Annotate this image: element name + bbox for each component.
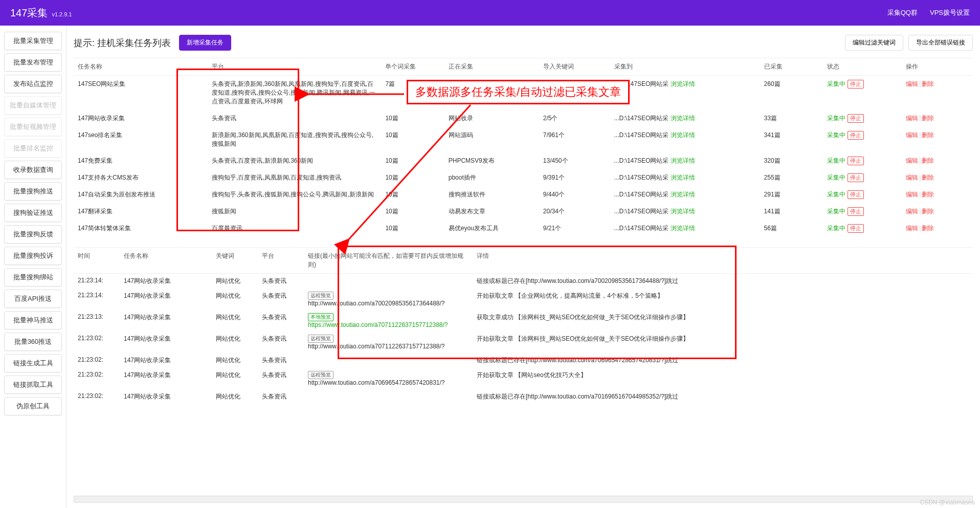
cell-task: 147网站收录采集 (120, 274, 212, 289)
local-preview-badge[interactable]: 本地预览 (308, 313, 333, 321)
cell-collected: 56篇 (760, 220, 823, 237)
cell-task: 147网站收录采集 (120, 332, 212, 353)
col-collect-to: 采集到 (610, 58, 760, 76)
cell-imported: 7/968个 (539, 76, 610, 111)
log-url[interactable]: http://www.toutiao.com/a7071122637157712… (308, 343, 445, 350)
sidebar-item-2[interactable]: 发布站点监控 (4, 75, 62, 93)
stop-button[interactable]: 停止 (848, 224, 864, 233)
sidebar-item-13[interactable]: 批量神马推送 (4, 311, 62, 329)
sidebar: 批量采集管理批量发布管理发布站点监控批量自媒体管理批量短视频管理批量排名监控收录… (0, 26, 66, 508)
cell-name: 147支持各大CMS发布 (74, 169, 208, 186)
log-url[interactable]: http://www.toutiao.com/a7002098535617364… (308, 300, 445, 307)
app-version: v1.2.9.1 (52, 11, 72, 17)
sidebar-item-9[interactable]: 批量搜狗反馈 (4, 225, 62, 244)
cell-platform: 头条资讯 (258, 274, 304, 289)
remote-preview-badge[interactable]: 远程预览 (308, 335, 333, 343)
log-url[interactable]: https://www.toutiao.com/a707112263715771… (308, 321, 448, 328)
cell-link (304, 353, 473, 368)
cell-collected: 255篇 (760, 169, 823, 186)
delete-button[interactable]: 删除 (922, 208, 934, 215)
edit-button[interactable]: 编辑 (906, 157, 918, 164)
stop-button[interactable]: 停止 (848, 157, 864, 165)
delete-button[interactable]: 删除 (922, 157, 934, 164)
browse-detail-link[interactable]: 浏览详情 (671, 191, 695, 198)
log-col-time: 时间 (74, 248, 120, 274)
cell-single: 10篇 (381, 110, 444, 127)
cell-collect-to: ...D:\147SEO网站采 浏览详情 (610, 76, 760, 111)
edit-button[interactable]: 编辑 (906, 115, 918, 122)
cell-collecting: 搜狗推送软件 (444, 186, 539, 203)
stop-button[interactable]: 停止 (848, 190, 864, 199)
edit-button[interactable]: 编辑 (906, 131, 918, 139)
sidebar-item-15[interactable]: 链接生成工具 (4, 354, 62, 372)
delete-button[interactable]: 删除 (922, 191, 934, 198)
stop-button[interactable]: 停止 (848, 173, 864, 182)
browse-detail-link[interactable]: 浏览详情 (671, 225, 695, 232)
sidebar-item-16[interactable]: 链接抓取工具 (4, 376, 62, 394)
sidebar-item-6[interactable]: 收录数据查询 (4, 161, 62, 179)
sidebar-item-11[interactable]: 批量搜狗绑站 (4, 268, 62, 286)
browse-detail-link[interactable]: 浏览详情 (671, 174, 695, 181)
browse-detail-link[interactable]: 浏览详情 (671, 80, 695, 87)
edit-button[interactable]: 编辑 (906, 174, 918, 181)
cell-ops: 编辑|删除 (902, 152, 973, 169)
remote-preview-badge[interactable]: 远程预览 (308, 292, 333, 300)
sidebar-item-8[interactable]: 搜狗验证推送 (4, 204, 62, 222)
new-task-button[interactable]: 新增采集任务 (179, 35, 231, 51)
cell-ops: 编辑|删除 (902, 169, 973, 186)
edit-button[interactable]: 编辑 (906, 225, 918, 232)
cell-link (304, 389, 473, 404)
stop-button[interactable]: 停止 (848, 80, 864, 89)
cell-platform: 搜狐新闻 (208, 203, 381, 220)
stop-button[interactable]: 停止 (848, 131, 864, 140)
delete-button[interactable]: 删除 (922, 115, 934, 122)
link-vps-settings[interactable]: VPS拨号设置 (930, 8, 970, 17)
cell-detail: 开始获取文章 【网站seo优化技巧大全】 (473, 368, 973, 389)
cell-collect-to: ...D:\147SEO网站采 浏览详情 (610, 203, 760, 220)
cell-task: 147网站收录采集 (120, 368, 212, 389)
col-ops: 操作 (902, 58, 973, 76)
stop-button[interactable]: 停止 (848, 114, 864, 123)
task-row: 147网站收录采集头条资讯10篇网站收录2/5个...D:\147SEO网站采 … (74, 110, 973, 127)
log-url[interactable]: http://www.toutiao.com/a7069654728657420… (308, 379, 445, 386)
delete-button[interactable]: 删除 (922, 174, 934, 181)
edit-button[interactable]: 编辑 (906, 191, 918, 198)
browse-detail-link[interactable]: 浏览详情 (671, 157, 695, 164)
sidebar-item-0[interactable]: 批量采集管理 (4, 32, 62, 50)
delete-button[interactable]: 删除 (922, 225, 934, 232)
export-errors-button[interactable]: 导出全部错误链接 (908, 35, 973, 51)
cell-link: 远程预览http://www.toutiao.com/a700209853561… (304, 289, 473, 310)
watermark: CSDN @xiaomaseo (920, 499, 975, 506)
cell-ops: 编辑|删除 (902, 127, 973, 152)
delete-button[interactable]: 删除 (922, 131, 934, 139)
sidebar-item-7[interactable]: 批量搜狗推送 (4, 182, 62, 201)
browse-detail-link[interactable]: 浏览详情 (671, 208, 695, 215)
edit-button[interactable]: 编辑 (906, 80, 918, 87)
browse-detail-link[interactable]: 浏览详情 (671, 131, 695, 139)
sidebar-item-17[interactable]: 伪原创工具 (4, 397, 62, 415)
tasks-table: 任务名称 平台 单个词采集 正在采集 导入关键词 采集到 已采集 状态 操作 1… (74, 58, 973, 237)
cell-collect-to: ...D:\147SEO网站采 浏览详情 (610, 127, 760, 152)
link-qq-group[interactable]: 采集QQ群 (887, 8, 918, 17)
cell-detail: 链接或标题已存在[http://www.toutiao.com/a7069654… (473, 353, 973, 368)
cell-keyword: 网站优化 (212, 274, 258, 289)
delete-button[interactable]: 删除 (922, 80, 934, 87)
cell-name: 147seo排名采集 (74, 127, 208, 152)
header-left: 147采集 v1.2.9.1 (10, 6, 72, 20)
cell-collecting: 动易发布文章 (444, 203, 539, 220)
cell-collecting: 网站优化 (444, 76, 539, 111)
horizontal-scrollbar[interactable] (74, 496, 973, 503)
stop-button[interactable]: 停止 (848, 207, 864, 216)
edit-filter-button[interactable]: 编辑过滤关键词 (845, 35, 903, 51)
log-col-task: 任务名称 (120, 248, 212, 274)
edit-button[interactable]: 编辑 (906, 208, 918, 215)
sidebar-item-1[interactable]: 批量发布管理 (4, 53, 62, 72)
sidebar-item-14[interactable]: 批量360推送 (4, 333, 62, 351)
cell-platform: 头条资讯 (258, 353, 304, 368)
col-status: 状态 (823, 58, 902, 76)
remote-preview-badge[interactable]: 远程预览 (308, 371, 333, 379)
sidebar-item-12[interactable]: 百度API推送 (4, 290, 62, 308)
sidebar-item-10[interactable]: 批量搜狗投诉 (4, 247, 62, 265)
browse-detail-link[interactable]: 浏览详情 (671, 115, 695, 122)
cell-collected: 141篇 (760, 203, 823, 220)
